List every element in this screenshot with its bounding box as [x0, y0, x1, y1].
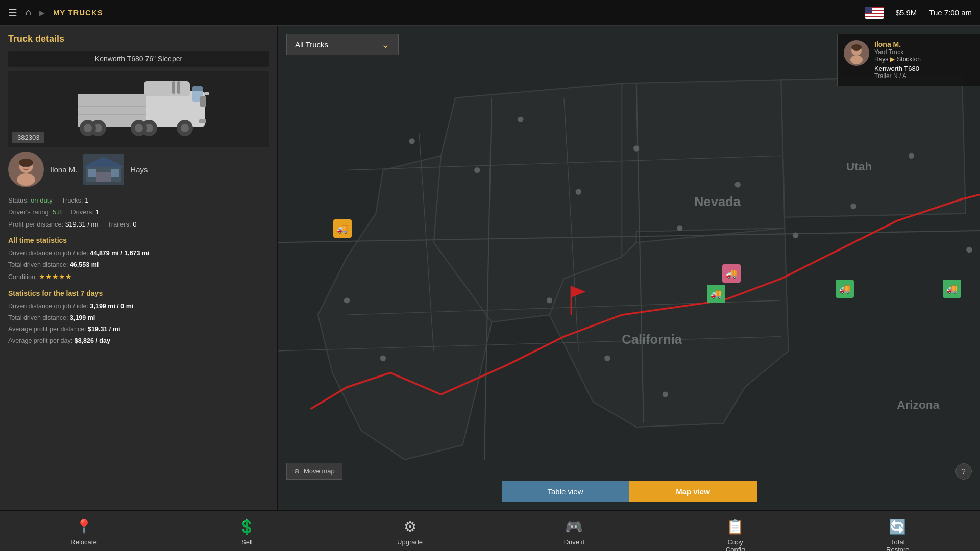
svg-point-67	[966, 247, 972, 253]
svg-point-64	[793, 233, 798, 238]
truck-marker-orange[interactable]: 🚚	[333, 219, 352, 238]
drive-it-button[interactable]: 🎮 Drive it	[559, 516, 590, 551]
truck-marker-green2[interactable]: 🚚	[836, 280, 854, 298]
time-display: Tue 7:00 am	[929, 8, 972, 17]
home-button[interactable]: ⌂	[26, 7, 31, 18]
relocate-icon: 📍	[75, 518, 93, 535]
total-restore-label: TotalRestore	[886, 538, 910, 551]
menu-button[interactable]: ☰	[8, 7, 17, 19]
driver-name: Ilona M.	[50, 165, 77, 174]
last7-stats: Driven distance on job / idle: 3,199 mi …	[8, 300, 269, 346]
truck-image	[67, 76, 210, 142]
help-button[interactable]: ?	[955, 463, 972, 480]
map-canvas: Nevada California Utah Arizona Colora...…	[278, 26, 980, 510]
svg-text:California: California	[622, 332, 682, 346]
move-map-icon: ⊕	[294, 467, 300, 475]
svg-rect-7	[144, 81, 190, 96]
garage-name: Hays	[130, 165, 148, 174]
truck-filter-dropdown[interactable]: All Trucks ⌄	[286, 34, 399, 55]
truck-marker-green3[interactable]: 🚚	[943, 280, 961, 298]
truck-name: Kenworth T680 76" Sleeper	[8, 51, 269, 67]
dropdown-arrow-icon: ⌄	[381, 38, 390, 51]
dropdown-label: All Trucks	[295, 40, 373, 49]
map-panel: All Trucks ⌄ Ilona M. Yard Truck Hays ▶	[278, 26, 980, 510]
truck-marker-pink[interactable]: 🚚	[722, 264, 741, 283]
svg-rect-24	[172, 81, 175, 94]
svg-point-70	[663, 391, 668, 397]
svg-point-60	[576, 189, 581, 194]
copy-config-button[interactable]: 📋 CopyConfig	[721, 516, 750, 551]
all-time-stats: Driven distance on job / idle: 44,879 mi…	[8, 247, 269, 283]
truck-details-title: Truck details	[8, 34, 269, 44]
drive-it-label: Drive it	[564, 538, 584, 546]
svg-point-19	[135, 124, 143, 132]
total-restore-button[interactable]: 🔄 TotalRestore	[881, 516, 915, 551]
upgrade-button[interactable]: ⚙ Upgrade	[392, 516, 428, 551]
top-bar-right: $5.9M Tue 7:00 am	[865, 7, 972, 19]
rating-value: 5.8	[53, 208, 62, 216]
rating-label: Driver's rating:	[8, 208, 51, 216]
drive-it-icon: 🎮	[565, 518, 583, 535]
trailers-label: Trailers:	[107, 220, 131, 228]
top-bar: ☰ ⌂ ▶ MY TRUCKS $5.9M Tue 7:00 am	[0, 0, 980, 26]
svg-point-29	[17, 173, 35, 186]
garage-thumbnail	[83, 154, 124, 185]
relocate-label: Relocate	[70, 538, 96, 546]
move-map-button[interactable]: ⊕ Move map	[286, 463, 342, 480]
svg-point-58	[474, 167, 480, 173]
svg-point-59	[518, 117, 523, 122]
map-driver-card: Ilona M. Yard Truck Hays ▶ Stockton Kenw…	[837, 34, 980, 86]
trucks-value: 1	[85, 196, 88, 204]
svg-point-71	[344, 297, 350, 303]
copy-config-label: CopyConfig	[726, 538, 745, 551]
driver-avatar	[8, 152, 44, 187]
drivers-value: 1	[96, 208, 100, 216]
left-panel: Truck details Kenworth T680 76" Sleeper	[0, 26, 278, 510]
map-driver-role: Yard Truck	[874, 48, 974, 56]
upgrade-icon: ⚙	[404, 518, 416, 535]
money-display: $5.9M	[896, 8, 917, 17]
main-layout: Truck details Kenworth T680 76" Sleeper	[0, 26, 980, 510]
help-icon: ?	[962, 467, 966, 475]
svg-point-41	[850, 55, 863, 64]
map-view-button[interactable]: Map view	[629, 481, 757, 502]
svg-point-57	[409, 138, 414, 144]
svg-point-31	[22, 165, 24, 167]
truck-image-container: 382303	[8, 71, 269, 147]
profit-value: $19.31 / mi	[65, 220, 98, 228]
map-truck-model: Kenworth T680	[874, 65, 974, 72]
condition-stars: ★★★★★	[39, 272, 72, 281]
svg-rect-26	[204, 92, 209, 95]
page-title: MY TRUCKS	[53, 8, 103, 17]
svg-point-23	[84, 124, 92, 132]
svg-rect-38	[111, 169, 119, 177]
move-map-label: Move map	[304, 467, 335, 475]
svg-marker-48	[781, 76, 966, 217]
svg-rect-5	[865, 7, 872, 13]
trucks-label: Trucks:	[62, 196, 83, 204]
svg-rect-36	[96, 172, 111, 182]
sell-icon: 💲	[238, 518, 256, 535]
svg-point-32	[28, 165, 30, 167]
upgrade-label: Upgrade	[397, 538, 423, 546]
truck-marker-green-main[interactable]: 🚚	[707, 285, 725, 303]
svg-rect-4	[865, 17, 884, 19]
relocate-button[interactable]: 📍 Relocate	[65, 516, 102, 551]
sell-button[interactable]: 💲 Sell	[233, 516, 261, 551]
svg-text:Nevada: Nevada	[694, 194, 741, 209]
svg-point-63	[735, 182, 741, 187]
driver-row: Ilona M. Hays	[8, 152, 269, 187]
drivers-label: Drivers:	[71, 208, 94, 216]
svg-point-61	[633, 145, 639, 151]
svg-point-15	[181, 124, 189, 132]
svg-rect-9	[200, 96, 206, 107]
trailers-value: 0	[133, 220, 136, 228]
total-restore-icon: 🔄	[889, 518, 906, 535]
truck-id: 382303	[12, 132, 44, 143]
svg-point-72	[380, 356, 386, 361]
sell-label: Sell	[241, 538, 253, 546]
table-view-button[interactable]: Table view	[502, 481, 629, 502]
svg-rect-10	[199, 119, 206, 123]
view-toggle: Table view Map view	[502, 481, 757, 502]
last7-title: Statistics for the last 7 days	[8, 289, 269, 297]
